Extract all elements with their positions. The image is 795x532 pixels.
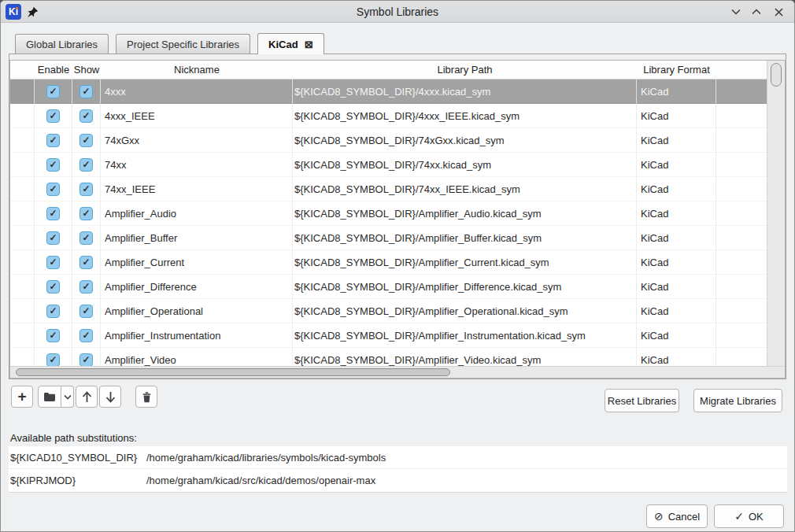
nickname-cell[interactable]: 74xx_IEEE	[101, 177, 293, 201]
library-path-cell[interactable]: ${KICAD8_SYMBOL_DIR}/Amplifier_Video.kic…	[293, 348, 637, 366]
show-checkbox[interactable]: ✓	[80, 183, 93, 196]
row-header[interactable]	[10, 201, 35, 226]
library-format-cell[interactable]: KiCad	[637, 153, 716, 177]
library-format-cell[interactable]: KiCad	[637, 128, 716, 153]
library-path-cell[interactable]: ${KICAD8_SYMBOL_DIR}/4xxx_IEEE.kicad_sym	[293, 104, 637, 128]
close-icon[interactable]	[772, 6, 785, 18]
delete-library-button[interactable]	[135, 386, 157, 408]
enable-checkbox[interactable]: ✓	[46, 231, 60, 245]
library-format-cell[interactable]: KiCad	[637, 299, 716, 323]
library-format-cell[interactable]: KiCad	[637, 201, 716, 226]
nickname-cell[interactable]: Amplifier_Audio	[101, 201, 293, 226]
row-header[interactable]	[10, 226, 35, 250]
enable-checkbox[interactable]: ✓	[46, 183, 60, 196]
row-header[interactable]	[10, 250, 35, 275]
table-row[interactable]: ✓ ✓ Amplifier_Current ${KICAD8_SYMBOL_DI…	[10, 250, 767, 275]
vertical-scrollbar[interactable]	[767, 61, 785, 366]
library-format-cell[interactable]: KiCad	[637, 250, 716, 275]
row-header[interactable]	[10, 299, 35, 323]
show-checkbox[interactable]: ✓	[80, 329, 93, 342]
move-down-button[interactable]	[99, 386, 121, 408]
table-row[interactable]: ✓ ✓ 74xx_IEEE ${KICAD8_SYMBOL_DIR}/74xx_…	[10, 177, 767, 201]
row-header[interactable]	[10, 348, 35, 366]
table-row[interactable]: ✓ ✓ 4xxx ${KICAD8_SYMBOL_DIR}/4xxx.kicad…	[10, 79, 767, 104]
horizontal-scrollbar[interactable]	[10, 366, 785, 378]
table-row[interactable]: ✓ ✓ Amplifier_Difference ${KICAD8_SYMBOL…	[10, 275, 767, 299]
show-checkbox[interactable]: ✓	[80, 305, 93, 318]
show-checkbox[interactable]: ✓	[80, 85, 93, 98]
show-checkbox[interactable]: ✓	[80, 353, 93, 367]
nickname-cell[interactable]: Amplifier_Operational	[101, 299, 293, 323]
row-header[interactable]	[10, 79, 35, 104]
cancel-button[interactable]: ⊘ Cancel	[646, 504, 708, 528]
migrate-libraries-button[interactable]: Migrate Libraries	[693, 389, 782, 412]
table-row[interactable]: ✓ ✓ Amplifier_Audio ${KICAD8_SYMBOL_DIR}…	[10, 201, 767, 226]
show-checkbox[interactable]: ✓	[80, 280, 93, 294]
enable-checkbox[interactable]: ✓	[46, 109, 60, 123]
row-header[interactable]	[10, 323, 35, 348]
row-header[interactable]	[10, 275, 35, 299]
table-row[interactable]: ✓ ✓ 74xx ${KICAD8_SYMBOL_DIR}/74xx.kicad…	[10, 153, 767, 177]
browse-folder-button[interactable]	[38, 386, 61, 408]
horizontal-scrollbar-thumb[interactable]	[16, 368, 450, 376]
nickname-cell[interactable]: Amplifier_Difference	[101, 275, 293, 299]
library-path-cell[interactable]: ${KICAD8_SYMBOL_DIR}/74xx_IEEE.kicad_sym	[293, 177, 637, 201]
table-row[interactable]: ✓ ✓ 74xGxx ${KICAD8_SYMBOL_DIR}/74xGxx.k…	[10, 128, 767, 153]
nickname-cell[interactable]: 4xxx_IEEE	[101, 104, 293, 128]
vertical-scrollbar-thumb[interactable]	[771, 63, 782, 87]
add-library-button[interactable]: +	[11, 386, 33, 408]
enable-checkbox[interactable]: ✓	[46, 134, 60, 147]
enable-checkbox[interactable]: ✓	[46, 353, 60, 367]
show-checkbox[interactable]: ✓	[80, 134, 93, 147]
nickname-cell[interactable]: Amplifier_Instrumentation	[101, 323, 293, 348]
library-path-cell[interactable]: ${KICAD8_SYMBOL_DIR}/Amplifier_Operation…	[293, 299, 637, 323]
tab[interactable]: KiCad ⊠	[257, 33, 324, 54]
library-format-column-header[interactable]: Library Format	[637, 64, 716, 76]
enable-checkbox[interactable]: ✓	[46, 85, 60, 98]
enable-column-header[interactable]: Enable	[35, 64, 72, 76]
table-row[interactable]: ✓ ✓ Amplifier_Operational ${KICAD8_SYMBO…	[10, 299, 767, 323]
reset-libraries-button[interactable]: Reset Libraries	[605, 389, 679, 412]
ok-button[interactable]: ✓ OK	[714, 504, 784, 528]
move-up-button[interactable]	[76, 386, 98, 408]
row-header[interactable]	[10, 153, 35, 177]
library-format-cell[interactable]: KiCad	[637, 177, 716, 201]
library-path-cell[interactable]: ${KICAD8_SYMBOL_DIR}/4xxx.kicad_sym	[293, 79, 637, 104]
nickname-cell[interactable]: 74xGxx	[101, 128, 293, 153]
browse-dropdown-button[interactable]	[61, 386, 74, 408]
tab-close-icon[interactable]: ⊠	[305, 39, 313, 50]
titlebar[interactable]: Ki Symbol Libraries	[1, 1, 794, 23]
table-row[interactable]: ✓ ✓ Amplifier_Buffer ${KICAD8_SYMBOL_DIR…	[10, 226, 767, 250]
enable-checkbox[interactable]: ✓	[46, 329, 60, 342]
nickname-cell[interactable]: 74xx	[101, 153, 293, 177]
nickname-cell[interactable]: 4xxx	[101, 79, 293, 104]
library-path-cell[interactable]: ${KICAD8_SYMBOL_DIR}/Amplifier_Current.k…	[293, 250, 637, 275]
library-path-column-header[interactable]: Library Path	[293, 64, 637, 76]
show-column-header[interactable]: Show	[72, 64, 101, 76]
nickname-cell[interactable]: Amplifier_Current	[101, 250, 293, 275]
library-format-cell[interactable]: KiCad	[637, 104, 716, 128]
nickname-cell[interactable]: Amplifier_Buffer	[101, 226, 293, 250]
show-checkbox[interactable]: ✓	[80, 256, 93, 269]
enable-checkbox[interactable]: ✓	[46, 305, 60, 318]
library-path-cell[interactable]: ${KICAD8_SYMBOL_DIR}/74xx.kicad_sym	[293, 153, 637, 177]
enable-checkbox[interactable]: ✓	[46, 280, 60, 294]
table-row[interactable]: ✓ ✓ Amplifier_Instrumentation ${KICAD8_S…	[10, 323, 767, 348]
table-row[interactable]: ✓ ✓ Amplifier_Video ${KICAD8_SYMBOL_DIR}…	[10, 348, 767, 366]
library-format-cell[interactable]: KiCad	[637, 226, 716, 250]
enable-checkbox[interactable]: ✓	[46, 256, 60, 269]
minimize-icon[interactable]	[730, 6, 742, 18]
nickname-column-header[interactable]: Nickname	[101, 64, 293, 76]
tab[interactable]: Global Libraries ⊠	[15, 34, 109, 54]
library-path-cell[interactable]: ${KICAD8_SYMBOL_DIR}/Amplifier_Buffer.ki…	[293, 226, 637, 250]
show-checkbox[interactable]: ✓	[80, 109, 93, 123]
library-path-cell[interactable]: ${KICAD8_SYMBOL_DIR}/Amplifier_Audio.kic…	[293, 201, 637, 226]
show-checkbox[interactable]: ✓	[80, 207, 93, 220]
row-header[interactable]	[10, 104, 35, 128]
show-checkbox[interactable]: ✓	[80, 158, 93, 172]
table-row[interactable]: ✓ ✓ 4xxx_IEEE ${KICAD8_SYMBOL_DIR}/4xxx_…	[10, 104, 767, 128]
row-header[interactable]	[10, 128, 35, 153]
enable-checkbox[interactable]: ✓	[46, 158, 60, 172]
library-format-cell[interactable]: KiCad	[637, 323, 716, 348]
row-header[interactable]	[10, 177, 35, 201]
